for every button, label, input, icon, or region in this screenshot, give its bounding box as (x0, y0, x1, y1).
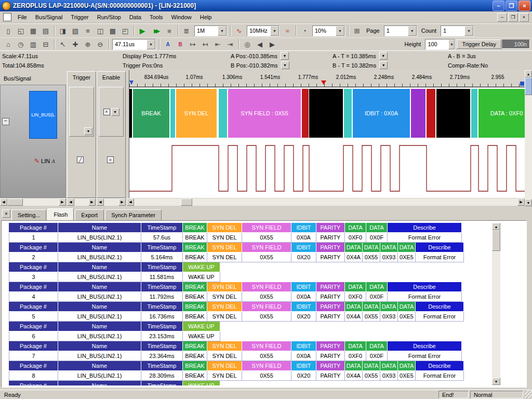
trigger-delay-button[interactable]: Trigger Delay (457, 39, 501, 49)
scroll-track[interactable] (7, 198, 59, 206)
chevron-down-icon[interactable]: ▼ (281, 52, 289, 60)
scroll-thumb[interactable] (525, 77, 532, 95)
mdi-minimize-button[interactable]: – (497, 13, 507, 22)
enable-channel-checkbox[interactable]: × (107, 156, 114, 163)
scroll-left-icon[interactable]: ◀ (67, 198, 74, 206)
menu-trigger[interactable]: Trigger (66, 12, 92, 22)
prev-icon[interactable]: ◀ (254, 38, 266, 50)
trigger-condition-cell[interactable]: ▼ (69, 87, 94, 137)
memory-depth-combo[interactable]: 1M ▼ (194, 25, 227, 36)
package-group[interactable]: Package #NameTimeStampWAKE UP6LIN_BUS(LI… (9, 322, 488, 341)
waveform-scrollbar[interactable]: ◀ ▶ (127, 198, 525, 206)
collapse-toggle[interactable]: − (2, 118, 9, 125)
clock-icon[interactable]: ◷ (15, 38, 27, 50)
b-bar-marker-icon[interactable] (520, 82, 524, 86)
scroll-left-icon[interactable]: ◀ (0, 198, 7, 206)
panel-close-button[interactable]: × (2, 209, 10, 218)
home-icon[interactable]: ⌂ (2, 38, 15, 50)
packet-table-scrollbar[interactable]: ▲ ▼ (492, 223, 500, 385)
package-value-row[interactable]: 3LIN_BUS(LIN2.1)11.581msWAKE UP (9, 272, 488, 282)
waveform-vertical-scrollbar[interactable]: ▲ ▼ (525, 70, 532, 206)
bar-b-icon[interactable]: B (174, 38, 187, 50)
scroll-up-icon[interactable]: ▲ (525, 70, 532, 77)
menu-tools[interactable]: Tools (145, 12, 167, 22)
menu-help[interactable]: Help (196, 12, 216, 22)
chevron-down-icon[interactable]: ▼ (379, 52, 388, 60)
package-value-row[interactable]: 7LIN_BUS(LIN2.1)23.364msBREAKSYN DEL0X55… (9, 351, 488, 361)
compare-icon[interactable]: ◫ (94, 25, 107, 36)
package-group[interactable]: Package #NameTimeStampBREAKSYN DELSYN FI… (9, 223, 488, 243)
chevron-down-icon[interactable]: ▼ (379, 61, 388, 69)
search-icon[interactable]: ◎ (241, 38, 254, 50)
repeat-run-icon[interactable]: ▶▶ (149, 25, 163, 36)
scroll-down-icon[interactable]: ▼ (525, 199, 532, 206)
package-value-row[interactable]: 5LIN_BUS(LIN2.1)16.736msBREAKSYN DEL0X55… (9, 312, 488, 322)
text-export-icon[interactable]: ≡ (82, 25, 94, 36)
new-file-icon[interactable]: ▯ (2, 25, 15, 36)
mdi-close-button[interactable]: × (519, 13, 529, 22)
scroll-track[interactable] (525, 77, 532, 199)
cascade-icon[interactable]: ◰ (119, 25, 131, 36)
chevron-down-icon[interactable]: ▼ (270, 26, 279, 36)
height-combo[interactable]: 100 ▼ (425, 39, 455, 50)
pointer-icon[interactable]: ↖ (57, 38, 69, 50)
scroll-track[interactable] (74, 198, 88, 206)
next-icon[interactable]: ▶ (266, 38, 278, 50)
scroll-track[interactable] (492, 230, 500, 378)
tab-synch-parameter[interactable]: Synch Parameter (105, 209, 162, 220)
document-icon[interactable] (3, 13, 11, 21)
scroll-thumb[interactable] (7, 198, 23, 206)
chevron-down-icon[interactable]: ▼ (111, 108, 119, 116)
scroll-track[interactable] (134, 198, 517, 206)
a-bar-marker-icon[interactable] (129, 81, 134, 85)
chevron-down-icon[interactable]: ▼ (408, 26, 417, 36)
bar-a-icon[interactable]: A (162, 38, 174, 50)
save-icon[interactable]: ▦ (27, 25, 39, 36)
package-group[interactable]: Package #NameTimeStampBREAKSYN DELSYN FI… (9, 341, 488, 361)
time-scale-combo[interactable]: 47.11us ▼ (112, 39, 156, 50)
channel-row-lin[interactable]: ✎ LIN A (34, 157, 55, 165)
scroll-right-icon[interactable]: ▶ (88, 198, 96, 206)
bus-icon[interactable]: ⊟ (39, 38, 52, 50)
count-combo[interactable]: 1 ▼ (441, 25, 474, 36)
menu-run-stop[interactable]: Run/Stop (93, 12, 125, 22)
open-file-icon[interactable]: ◱ (15, 25, 27, 36)
trigger-column-scrollbar[interactable]: ◀ ▶ (67, 198, 96, 206)
package-value-row[interactable]: 6LIN_BUS(LIN2.1)23.153msWAKE UP (9, 331, 488, 341)
page-grid-icon[interactable]: ⊞ (351, 25, 363, 36)
restore-button[interactable]: ❐ (506, 1, 517, 11)
stop-icon[interactable]: ■ (163, 25, 176, 36)
zoom-in-icon[interactable]: ⊕ (82, 38, 94, 50)
minimize-button[interactable]: – (493, 1, 504, 11)
chevron-down-icon[interactable]: ▼ (147, 39, 155, 49)
zoom-out-icon[interactable]: ⊖ (94, 38, 107, 50)
sample-rate-combo[interactable]: 10MHz ▼ (247, 25, 280, 36)
mdi-restore-button[interactable]: ❐ (508, 13, 518, 22)
menu-data[interactable]: Data (125, 12, 145, 22)
enable-column-scrollbar[interactable]: ◀ ▶ (97, 198, 126, 206)
tab-export[interactable]: Export (75, 209, 104, 220)
menu-file[interactable]: File (14, 12, 31, 22)
scroll-right-icon[interactable]: ▶ (59, 198, 66, 206)
stats-icon[interactable]: ▥ (27, 38, 39, 50)
trigger-marker-icon[interactable] (321, 81, 326, 85)
tab-flash[interactable]: Flash (47, 208, 74, 220)
tab-setting-[interactable]: Setting... (11, 209, 46, 220)
chevron-down-icon[interactable]: ▼ (218, 26, 227, 36)
scroll-thumb[interactable] (492, 230, 500, 251)
chevron-down-icon[interactable]: ▼ (464, 26, 473, 36)
goto-b-icon[interactable]: ↤ (199, 38, 211, 50)
package-group[interactable]: Package #NameTimeStampBREAKSYN DELSYN FI… (9, 282, 488, 302)
package-group[interactable]: ►Package #NameTimeStampBREAKSYN DELSYN F… (9, 302, 488, 322)
close-button[interactable]: × (518, 1, 530, 11)
page-combo[interactable]: 1 ▼ (384, 25, 417, 36)
image-export-icon[interactable]: ▧ (69, 25, 82, 36)
trigger-ratio-combo[interactable]: 10% ▼ (312, 25, 345, 36)
scroll-left-icon[interactable]: ◀ (127, 198, 134, 206)
scroll-right-icon[interactable]: ▶ (517, 198, 525, 206)
scroll-track[interactable] (104, 198, 118, 206)
print-icon[interactable]: ▤ (39, 25, 52, 36)
package-value-row[interactable]: 8LIN_BUS(LIN2.1)28.309msBREAKSYN DEL0X55… (9, 371, 488, 381)
package-group[interactable]: Package #NameTimeStampBREAKSYN DELSYN FI… (9, 243, 488, 262)
scroll-down-icon[interactable]: ▼ (492, 378, 500, 385)
